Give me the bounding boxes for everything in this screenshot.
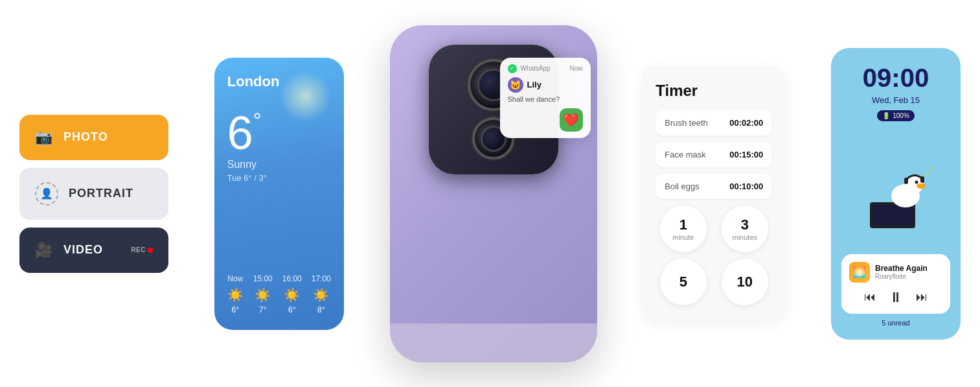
notif-header: ✓ WhatsApp Now xyxy=(508,64,583,73)
music-thumbnail: 🌅 xyxy=(849,262,870,283)
pause-button[interactable]: ⏸ xyxy=(889,289,903,306)
notif-message: Shall we dance? xyxy=(508,95,583,103)
photo-mode-button[interactable]: 📷 PHOTO xyxy=(19,115,168,160)
video-icon: 🎥 xyxy=(35,242,53,259)
timer-row-eggs[interactable]: Boil eggs 00:10:00 xyxy=(655,174,772,199)
battery-icon: 🔋 xyxy=(882,112,890,119)
timer-eggs-time: 00:10:00 xyxy=(729,182,763,191)
svg-rect-7 xyxy=(920,176,924,183)
forecast-15: 15:00 ☀️ 7° xyxy=(253,274,273,314)
notif-time: Now xyxy=(569,65,582,72)
weather-description: Sunny xyxy=(227,159,331,170)
timer-row-face[interactable]: Face mask 00:15:00 xyxy=(655,142,772,167)
timer-widget: Timer Brush teeth 00:02:00 Face mask 00:… xyxy=(643,66,785,321)
sun-sparkle xyxy=(279,71,331,123)
timer-face-time: 00:15:00 xyxy=(729,150,763,159)
timer-brush-time: 00:02:00 xyxy=(729,118,763,128)
svg-rect-1 xyxy=(872,205,913,226)
camera-modes-panel: 📷 PHOTO 👤 PORTRAIT 🎥 VIDEO REC xyxy=(19,115,168,273)
weather-range: Tue 6° / 3° xyxy=(227,173,331,183)
weather-card: London 6° Sunny Tue 6° / 3° Now ☀️ 6° 15… xyxy=(214,58,344,330)
music-controls: ⏮ ⏸ ⏭ xyxy=(849,289,942,306)
music-player: 🌅 Breathe Again Roaryfloite ⏮ ⏸ ⏭ xyxy=(841,254,950,314)
video-mode-button[interactable]: 🎥 VIDEO REC xyxy=(19,228,168,273)
preset-3min[interactable]: 3 minutes xyxy=(722,205,768,252)
phone-bottom-bar xyxy=(390,323,597,362)
camera-icon: 📷 xyxy=(35,129,53,146)
battery-text: 100% xyxy=(893,112,909,119)
clock-time: 09:00 xyxy=(841,64,950,93)
notif-sender: 🐱 Lily xyxy=(508,77,583,93)
duck-illustration: ♪ ♫ xyxy=(841,138,950,248)
phone-mockup: ✓ WhatsApp Now 🐱 Lily Shall we dance? ❤️ xyxy=(390,25,597,362)
music-clock-card: 09:00 Wed, Feb 15 🔋 100% xyxy=(831,48,961,340)
unread-badge: 5 unread xyxy=(841,319,950,327)
prev-button[interactable]: ⏮ xyxy=(864,290,876,304)
svg-text:♪: ♪ xyxy=(925,168,929,178)
svg-rect-6 xyxy=(904,178,908,184)
next-button[interactable]: ⏭ xyxy=(916,290,928,304)
timer-brush-label: Brush teeth xyxy=(665,118,708,128)
portrait-mode-button[interactable]: 👤 PORTRAIT xyxy=(19,168,168,220)
whatsapp-notification: ✓ WhatsApp Now 🐱 Lily Shall we dance? ❤️ xyxy=(500,58,591,138)
portrait-icon: 👤 xyxy=(35,182,58,205)
whatsapp-icon: ✓ xyxy=(508,64,517,73)
rec-dot xyxy=(148,248,153,253)
notif-name: Lily xyxy=(527,80,541,89)
preset-1min[interactable]: 1 minute xyxy=(660,205,707,252)
timer-row-brush[interactable]: Brush teeth 00:02:00 xyxy=(655,110,772,135)
forecast-16: 16:00 ☀️ 6° xyxy=(282,274,302,314)
clock-date: Wed, Feb 15 xyxy=(841,95,950,105)
svg-text:♫: ♫ xyxy=(929,164,935,171)
music-text: Breathe Again Roaryfloite xyxy=(875,264,928,280)
song-artist: Roaryfloite xyxy=(875,273,928,280)
song-title: Breathe Again xyxy=(875,264,928,273)
timer-title: Timer xyxy=(655,82,772,100)
rec-label: REC xyxy=(131,246,146,253)
preset-5[interactable]: 5 xyxy=(660,259,707,305)
heart-reaction[interactable]: ❤️ xyxy=(560,108,583,132)
preset-10[interactable]: 10 xyxy=(722,259,768,305)
forecast-now: Now ☀️ 6° xyxy=(227,274,244,314)
timer-eggs-label: Boil eggs xyxy=(665,182,699,191)
main-container: 📷 PHOTO 👤 PORTRAIT 🎥 VIDEO REC London 6° xyxy=(0,12,980,375)
svg-point-4 xyxy=(917,183,926,189)
photo-label: PHOTO xyxy=(63,130,108,144)
svg-point-5 xyxy=(915,181,918,184)
timer-presets: 1 minute 3 minutes 5 10 xyxy=(655,205,772,305)
notif-avatar: 🐱 xyxy=(508,77,523,93)
weather-temperature: 6° xyxy=(227,110,262,156)
weather-forecast: Now ☀️ 6° 15:00 ☀️ 7° 16:00 ☀️ 6° 17:00 … xyxy=(227,274,331,314)
notif-app: WhatsApp xyxy=(521,65,551,72)
video-label: VIDEO xyxy=(63,243,103,257)
music-info: 🌅 Breathe Again Roaryfloite xyxy=(849,262,942,283)
timer-face-label: Face mask xyxy=(665,150,706,159)
forecast-17: 17:00 ☀️ 8° xyxy=(312,274,331,314)
portrait-label: PORTRAIT xyxy=(69,187,133,200)
battery-badge: 🔋 100% xyxy=(877,110,915,121)
